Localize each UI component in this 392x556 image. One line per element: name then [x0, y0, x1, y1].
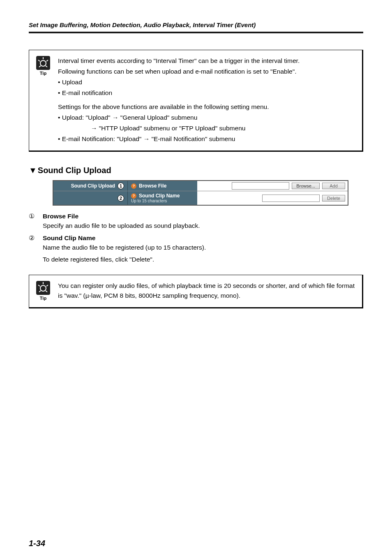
tip1-line: Interval timer events according to "Inte… [58, 56, 355, 66]
tip-body: Interval timer events according to "Inte… [58, 56, 355, 145]
tip-label: Tip [34, 296, 52, 301]
tip-box-2: Tip You can register only audio files, o… [29, 275, 363, 308]
panel-label-empty: 2 [53, 191, 127, 205]
row-browse-file: Sound Clip Upload 1 ? Browse File Browse… [53, 181, 348, 191]
def-number: ① [29, 211, 39, 221]
browse-file-input[interactable] [232, 182, 289, 190]
sound-clip-name-value: Delete [197, 191, 348, 205]
tip1-sub: • Upload: "Upload" → "General Upload" su… [58, 113, 355, 123]
field-label: Browse File [139, 183, 166, 189]
panel-label-text: Sound Clip Upload [71, 183, 115, 189]
definition-list: ① Browse File Specify an audio file to b… [29, 211, 363, 264]
tip1-bullet: • E-mail notification [58, 88, 355, 98]
row-sound-clip-name: 2 ? Sound Clip Name Up to 15 characters … [53, 191, 348, 205]
add-button[interactable]: Add [322, 183, 345, 189]
callout-2: 2 [118, 195, 124, 202]
field-label: Sound Clip Name [139, 193, 180, 199]
browse-button[interactable]: Browse... [292, 183, 320, 189]
field-subtext: Up to 15 characters [131, 199, 194, 203]
tip1-sub: • E-mail Notification: "Upload" → "E-mai… [58, 134, 355, 144]
tip2-line: You can register only audio files, of wh… [58, 281, 355, 301]
callout-1: 1 [118, 183, 124, 189]
tip-label: Tip [34, 71, 52, 76]
running-header: Set Image Buffering, Motion Detection, A… [29, 21, 363, 28]
tip1-sub: → "HTTP Upload" submenu or "FTP Upload" … [58, 123, 355, 133]
page-number: 1-34 [29, 539, 363, 548]
section-heading: ▼Sound Clip Upload [29, 166, 363, 175]
def-number: ② [29, 233, 39, 243]
browse-file-value: Browse... Add [197, 181, 348, 191]
def-item-1: ① Browse File Specify an audio file to b… [29, 211, 363, 231]
tip1-line: Settings for the above functions are ava… [58, 102, 355, 112]
def-title: Browse File [43, 211, 78, 221]
def-title: Sound Clip Name [43, 233, 95, 243]
panel-label: Sound Clip Upload 1 [53, 181, 127, 191]
triangle-down-icon: ▼ [29, 166, 37, 175]
def-body: Name the audio file to be registered (up… [29, 243, 363, 252]
sound-clip-upload-panel: Sound Clip Upload 1 ? Browse File Browse… [53, 180, 348, 206]
section-title-text: Sound Clip Upload [38, 166, 111, 175]
tip-box-1: Tip Interval timer events according to "… [29, 50, 363, 152]
delete-button[interactable]: Delete [322, 195, 345, 202]
def-body: Specify an audio file to be uploaded as … [29, 221, 363, 230]
tip1-line: Following functions can be set when uplo… [58, 67, 355, 76]
tip1-bullet: • Upload [58, 77, 355, 87]
tip-icon: Tip [34, 56, 52, 145]
help-icon: ? [131, 183, 136, 189]
sound-clip-name-input[interactable] [262, 195, 320, 202]
help-icon: ? [131, 193, 136, 199]
def-item-2: ② Sound Clip Name Name the audio file to… [29, 233, 363, 264]
tip-body: You can register only audio files, of wh… [58, 281, 355, 301]
header-rule [29, 32, 363, 33]
tip-icon: Tip [34, 281, 52, 301]
def-body: To delete registered files, click "Delet… [29, 255, 363, 264]
field-sound-clip-name: ? Sound Clip Name Up to 15 characters [127, 191, 197, 205]
field-browse-file: ? Browse File [127, 181, 197, 191]
